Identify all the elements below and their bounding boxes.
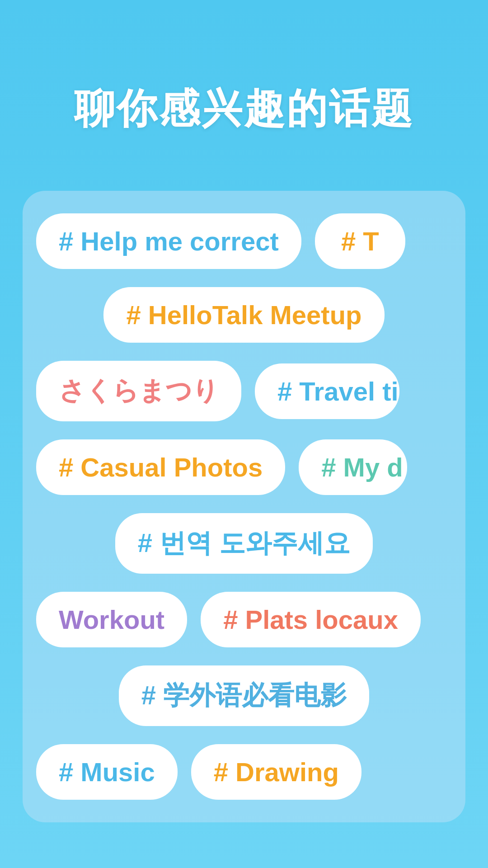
page-wrapper: 聊你感兴趣的话题 # Help me correct # T # HelloTa… (0, 0, 488, 822)
topics-container: # Help me correct # T # HelloTalk Meetup… (23, 191, 465, 822)
tag-drawing[interactable]: # Drawing (191, 744, 361, 800)
tag-row-4: # Casual Photos # My d (36, 439, 452, 495)
tag-workout[interactable]: Workout (36, 592, 187, 647)
tag-travel-tip[interactable]: # Travel tip (255, 363, 399, 419)
tag-row-6: Workout # Plats locaux (36, 592, 452, 647)
tag-row-8: # Music # Drawing (36, 744, 452, 800)
tag-row-1: # Help me correct # T (36, 213, 452, 269)
page-title: 聊你感兴趣的话题 (36, 81, 452, 137)
tag-row-5: # 번역 도와주세요 (36, 513, 452, 574)
page-header: 聊你感兴趣的话题 (0, 0, 488, 182)
tag-row-3: さくらまつり # Travel tip (36, 361, 452, 421)
tag-korean-translation[interactable]: # 번역 도와주세요 (115, 513, 373, 574)
tag-sakuramatsuri[interactable]: さくらまつり (36, 361, 241, 421)
tag-row-7: # 学外语必看电影 (36, 665, 452, 726)
tag-music[interactable]: # Music (36, 744, 178, 800)
tag-help-me-correct[interactable]: # Help me correct (36, 213, 301, 269)
tag-casual-photos[interactable]: # Casual Photos (36, 439, 285, 495)
tag-my-d[interactable]: # My d (299, 439, 407, 495)
tag-row-2: # HelloTalk Meetup (36, 287, 452, 343)
tag-hellotalk-meetup[interactable]: # HelloTalk Meetup (103, 287, 384, 343)
tag-partial-t[interactable]: # T (315, 213, 405, 269)
tag-language-movie[interactable]: # 学外语必看电影 (119, 665, 369, 726)
tag-plats-locaux[interactable]: # Plats locaux (201, 592, 421, 647)
